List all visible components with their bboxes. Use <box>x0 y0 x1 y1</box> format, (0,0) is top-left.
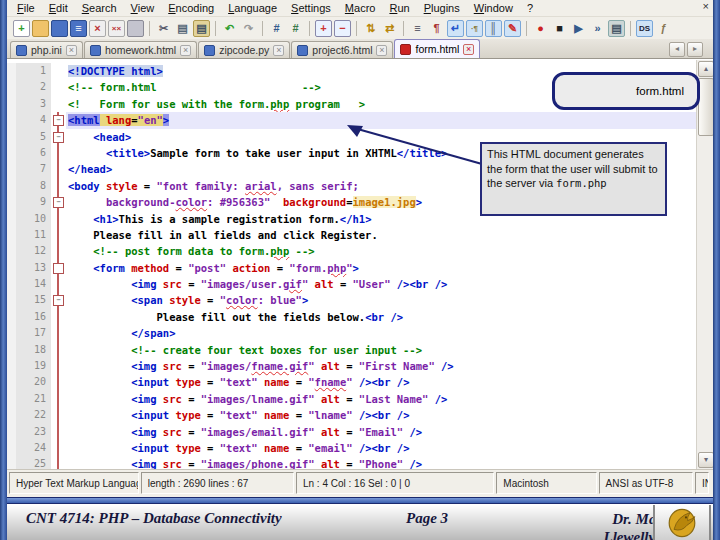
function-list-icon[interactable]: ƒ <box>655 20 672 37</box>
find-icon[interactable]: # <box>268 20 285 37</box>
code-line-14[interactable]: 14 <img src = "images/user.gif" alt = "U… <box>7 276 697 292</box>
play-macro-icon[interactable]: ▶ <box>570 20 587 37</box>
code-line-25[interactable]: 25 <img src = "images/phone.gif" alt = "… <box>7 456 697 469</box>
paragraph-icon[interactable]: ¶ <box>428 20 445 37</box>
code-line-23[interactable]: 23 <img src = "images/email.gif" alt = "… <box>7 424 697 440</box>
tab-project6-html[interactable]: project6.html× <box>291 41 393 58</box>
save-icon[interactable] <box>51 20 68 37</box>
fold-margin: − <box>51 194 66 210</box>
line-number: 15 <box>16 292 51 308</box>
code-pane[interactable]: 1<!DOCTYPE html>2<!-- form.html -->3<! F… <box>7 60 697 469</box>
tab-form-html[interactable]: form.html× <box>394 39 480 58</box>
code-line-20[interactable]: 20 <input type = "text" name = "fname" /… <box>7 374 697 390</box>
footer-course-title: CNT 4714: PHP – Database Connectivity <box>26 510 282 527</box>
menu-file[interactable]: File <box>11 2 41 14</box>
record-macro-icon[interactable]: ● <box>532 20 549 37</box>
fold-margin <box>51 358 66 374</box>
fold-marker-icon[interactable]: − <box>53 115 64 126</box>
tab-close-icon[interactable]: × <box>66 45 77 56</box>
paste-icon[interactable]: ▤ <box>193 20 210 37</box>
menu-view[interactable]: View <box>125 2 161 14</box>
run-macro-multiple-icon[interactable]: » <box>589 20 606 37</box>
menu-plugins[interactable]: Plugins <box>418 2 466 14</box>
code-line-21[interactable]: 21 <img src = "images/lname.gif" alt = "… <box>7 391 697 407</box>
tab-homework-html[interactable]: homework.html× <box>84 41 197 58</box>
code-line-22[interactable]: 22 <input type = "text" name = "lname" /… <box>7 407 697 423</box>
edit-pencil-icon[interactable]: ✎ <box>504 20 521 37</box>
doc-switcher-icon[interactable]: DS <box>636 20 653 37</box>
scroll-up-icon[interactable]: ▴ <box>698 61 713 77</box>
save-macro-icon[interactable]: ▤ <box>608 20 625 37</box>
scroll-down-icon[interactable]: ▾ <box>698 452 713 468</box>
code-line-19[interactable]: 19 <img src = "images/fname.gif" alt = "… <box>7 358 697 374</box>
code-line-24[interactable]: 24 <input type = "text" name = "email" /… <box>7 440 697 456</box>
code-line-16[interactable]: 16 Please fill out the fields below.<br … <box>7 309 697 325</box>
menu-help[interactable]: ? <box>521 2 539 14</box>
code-line-12[interactable]: 12 <!-- post form data to form.php --> <box>7 243 697 259</box>
indent-guide-icon[interactable]: ║ <box>485 20 502 37</box>
line-operations-icon[interactable]: ≡ <box>409 20 426 37</box>
code-text: <span style = "color: blue"> <box>66 292 697 308</box>
show-whitespace-icon[interactable]: ·¶ <box>466 20 483 37</box>
open-folder-icon[interactable] <box>32 20 49 37</box>
save-all-icon[interactable]: ≡ <box>70 20 87 37</box>
code-text: <img src = "images/fname.gif" alt = "Fir… <box>66 358 697 374</box>
close-file-icon[interactable]: × <box>89 20 106 37</box>
close-all-icon[interactable]: ×× <box>108 20 125 37</box>
code-line-15[interactable]: 15− <span style = "color: blue"> <box>7 292 697 308</box>
tab-zipcode-py[interactable]: zipcode.py× <box>198 41 290 58</box>
bookmark-margin <box>7 374 16 390</box>
menu-edit[interactable]: Edit <box>43 2 74 14</box>
code-line-17[interactable]: 17 </span> <box>7 325 697 341</box>
bookmark-margin <box>7 243 16 259</box>
fold-margin <box>51 309 66 325</box>
zoom-in-icon[interactable]: + <box>315 20 332 37</box>
menu-macro[interactable]: Macro <box>339 2 382 14</box>
word-wrap-icon[interactable]: ↵ <box>447 20 464 37</box>
new-file-icon[interactable]: + <box>13 20 30 37</box>
sync-horizontal-icon[interactable]: ⇄ <box>381 20 398 37</box>
vertical-scrollbar[interactable]: ▴ ▾ <box>696 60 713 469</box>
code-text: <img src = "images/lname.gif" alt = "Las… <box>66 391 697 407</box>
zoom-out-icon[interactable]: − <box>334 20 351 37</box>
menu-window[interactable]: Window <box>468 2 519 14</box>
code-line-11[interactable]: 11 Please fill in all fields and click R… <box>7 227 697 243</box>
menu-language[interactable]: Language <box>222 2 283 14</box>
replace-icon[interactable]: # <box>287 20 304 37</box>
fold-marker-icon[interactable]: − <box>53 197 64 208</box>
status-encoding: ANSI as UTF-8 <box>599 472 693 494</box>
tab-close-icon[interactable]: × <box>180 45 191 56</box>
stop-macro-icon[interactable]: ■ <box>551 20 568 37</box>
fold-marker-icon[interactable]: − <box>53 132 64 143</box>
menu-search[interactable]: Search <box>76 2 123 14</box>
scrollbar-thumb[interactable] <box>698 78 713 136</box>
fold-marker-icon[interactable] <box>53 263 64 274</box>
tab-close-icon[interactable]: × <box>463 44 474 55</box>
fold-marker-icon[interactable]: − <box>53 295 64 306</box>
bookmark-margin <box>7 194 16 210</box>
editor[interactable]: 1<!DOCTYPE html>2<!-- form.html -->3<! F… <box>7 59 713 469</box>
code-line-13[interactable]: 13 <form method = "post" action = "form.… <box>7 260 697 276</box>
sync-vertical-icon[interactable]: ⇅ <box>362 20 379 37</box>
tab-scroll-right-icon[interactable]: ▸ <box>687 42 703 57</box>
undo-icon[interactable]: ↶ <box>221 20 238 37</box>
print-icon[interactable] <box>127 20 144 37</box>
cut-icon[interactable]: ✂ <box>155 20 172 37</box>
tab-close-icon[interactable]: × <box>376 45 387 56</box>
tab-php-ini[interactable]: php.ini× <box>10 41 83 58</box>
copy-icon[interactable]: ▤ <box>174 20 191 37</box>
code-line-4[interactable]: 4−<html lang="en"> <box>7 112 697 128</box>
code-line-18[interactable]: 18 <!-- create four text boxes for user … <box>7 342 697 358</box>
redo-icon[interactable]: ↷ <box>240 20 257 37</box>
code-text: <!-- post form data to form.php --> <box>66 243 697 259</box>
tab-scroll-left-icon[interactable]: ◂ <box>669 42 685 57</box>
tab-label: project6.html <box>312 44 372 56</box>
tab-close-icon[interactable]: × <box>273 45 284 56</box>
menu-run[interactable]: Run <box>383 2 415 14</box>
line-number: 19 <box>16 358 51 374</box>
fold-margin <box>51 227 66 243</box>
menu-encoding[interactable]: Encoding <box>162 2 220 14</box>
close-icon[interactable]: × <box>703 0 709 12</box>
fold-margin <box>51 178 66 194</box>
menu-settings[interactable]: Settings <box>285 2 337 14</box>
